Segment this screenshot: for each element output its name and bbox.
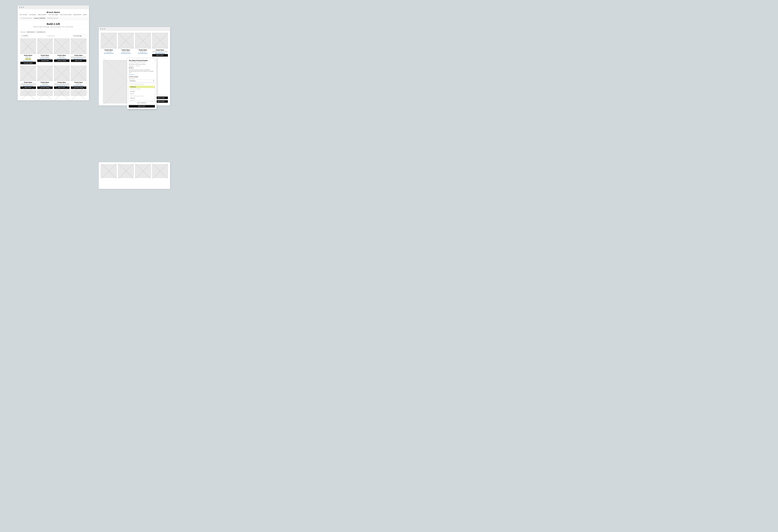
shade-select[interactable]: 0.5R Cool Rosy (Out of Stock)1.5N Neutra… <box>129 80 155 82</box>
nav-gift-giving[interactable]: GIFT GIVING <box>20 14 27 15</box>
shade-select-label: Select Shade <box>129 78 155 79</box>
product-more-r2-c3[interactable]: More Details & Options <box>71 85 86 86</box>
filter-button-label: ≡ FILTER <box>23 35 27 36</box>
product-img-rsw-c3 <box>152 33 168 49</box>
brand-name: Brand Name <box>18 11 89 13</box>
detail-title: The Sheer Pressed Powder <box>129 60 155 61</box>
detail-close-button[interactable]: × <box>155 59 155 61</box>
product-more-r1-c2[interactable]: More Details & Options <box>54 58 69 59</box>
filter-bar: Filtered by: Most Popular × Scent Name 2… <box>20 31 86 33</box>
filter-tag-1[interactable]: Most Popular × <box>26 31 36 33</box>
product-more-rsw-c2[interactable]: More Details & Options <box>135 53 151 54</box>
product-grid-row3 <box>20 90 86 97</box>
add-engraving-row[interactable]: ADD ENGRAVING <box>129 101 155 104</box>
star-4: ★ <box>138 65 139 67</box>
product-more-rsw-c0[interactable]: More Details & Options <box>101 53 117 54</box>
product-more-rsw-c1[interactable]: More Details & Options <box>118 53 134 54</box>
nav-colognes[interactable]: COLOGNES <box>29 14 36 15</box>
product-name-r2-c1: Product Name <box>37 82 53 83</box>
product-name-rsw-c1: Product Name <box>118 50 134 51</box>
breadcrumb-step-3[interactable]: 3 WRAP AND REVIEW <box>47 18 58 19</box>
product-btn-rsw-c3[interactable]: ADD TO GIFT <box>152 54 168 57</box>
breadcrumb-chevron-1: › <box>33 18 33 19</box>
shade-option-4[interactable]: 1C Cool <box>129 92 155 95</box>
product-btn-r1-c2[interactable]: CHOOSE SHADE <box>54 60 69 62</box>
shade-option-3[interactable]: 0N Neutral <box>129 90 155 92</box>
product-card-r3-c0 <box>20 90 36 97</box>
shade-dropdown[interactable]: 0.5R Cool Rosy (Out of Stock)1.5N Neutra… <box>129 83 155 100</box>
product-img-r2-c3 <box>71 66 86 81</box>
product-img-r1-c1 <box>37 38 53 54</box>
star-1: ★ <box>134 65 135 67</box>
tw-img-2 <box>135 165 151 178</box>
product-price-rsw-c1: £65.00 - £130.00 <box>118 51 134 53</box>
breadcrumb-step-2[interactable]: 2 SELECT CONTENTS <box>34 18 46 19</box>
step-2-label: SELECT CONTENTS <box>35 18 46 19</box>
product-more-r1-c3[interactable]: More Details & Options <box>71 58 86 59</box>
sort-select[interactable]: Best Selling Newest Price (low-high) Pri… <box>73 34 86 37</box>
tw-img-0 <box>101 165 117 178</box>
product-btn-r1-c0[interactable]: CHOOSE SHADE <box>20 62 36 64</box>
product-price-r1-c1: £65.00 - £135.00 <box>37 57 53 58</box>
shade-select-wrapper: 0.5R Cool Rosy (Out of Stock)1.5N Neutra… <box>129 80 155 82</box>
read-more-link[interactable]: Read More ∨ <box>129 74 155 75</box>
product-more-r2-c2[interactable]: More Details & Options <box>54 85 69 86</box>
detail-price: £47.00 30ml • (£156.67 per 100ml) <box>129 64 155 65</box>
product-img-r2-c1 <box>37 66 53 81</box>
title-divider <box>20 29 86 30</box>
product-btn-r1-c1[interactable]: CHOOSE SIZE <box>37 60 53 62</box>
product-grid-row2: Product Name£65.00 50ml (£130.00 per 100… <box>20 66 86 89</box>
breadcrumb-step-1[interactable]: 1 CHOOSE CATEGORY <box>20 18 32 19</box>
tw-card-3 <box>152 165 168 179</box>
star-2: ★ <box>135 65 136 67</box>
tw-img-1 <box>118 165 134 178</box>
step-3-label: WRAP AND REVIEW <box>48 18 58 19</box>
filter-tag-2[interactable]: Scent Name 2 × <box>36 31 46 33</box>
traffic-dot-2 <box>21 7 22 8</box>
product-price-r2-c2: £65.00 50ml (£130.00 per 100ml) <box>54 83 69 85</box>
stars: ★ ★ ★ ★ ★ <box>134 66 140 67</box>
nav-collections[interactable]: THE COLLECTIONS <box>60 14 72 15</box>
star-3: ★ <box>136 65 137 67</box>
product-card-r2-c3: Product Name£65.00 50mlMore Details & Op… <box>71 66 86 89</box>
filter-button[interactable]: ≡ ≡ FILTER <box>20 34 29 37</box>
tw-card-2 <box>135 165 151 179</box>
nav-for-home[interactable]: FOR THE HOME <box>48 14 58 15</box>
product-name-rsw-c2: Product Name <box>135 50 151 51</box>
product-img-r2-c0 <box>20 66 36 81</box>
product-more-r2-c1[interactable]: More Details & Options <box>37 85 53 86</box>
product-name-r2-c0: Product Name <box>20 82 36 83</box>
detail-panel: × The Sheer Pressed Powder Instantly hea… <box>127 58 157 109</box>
product-more-r1-c1[interactable]: More Details & Options <box>37 58 53 59</box>
nav-bath-body[interactable]: BATH & BODY <box>38 14 47 15</box>
product-badge-r1-c0: £65.00 50ml <box>25 58 31 60</box>
step-1-num: 1 <box>20 18 21 19</box>
product-card-r1-c0: Product Name£65.00 50ml£65.00 50mlMore D… <box>20 38 36 64</box>
details-section-label: DETAILS <box>129 68 155 69</box>
product-name-r1-c0: Product Name <box>20 55 36 56</box>
shade-option-1[interactable]: 1.5N Neutral <box>129 85 155 88</box>
nav-mens[interactable]: MEN'S <box>83 14 87 15</box>
shade-option-7[interactable]: 2.5N Neutral <box>129 99 155 100</box>
product-card-rsw-c0: Product Name£65.00 50mlMore Details & Op… <box>101 33 117 57</box>
product-name-r2-c2: Product Name <box>54 82 69 83</box>
step-1-label: CHOOSE CATEGORY <box>21 18 32 19</box>
product-price-r2-c3: £65.00 50ml <box>71 83 86 85</box>
sw-dot-2 <box>102 28 103 30</box>
product-img-r3-c1 <box>37 90 53 96</box>
shade-option-5: 0.5R Cool Rosy (Out of Stock) <box>129 94 155 97</box>
shade-option-6[interactable]: 1N Neutral <box>129 97 155 99</box>
page-title: Build A Gift <box>20 23 86 26</box>
product-name-r1-c3: Product Name <box>71 55 86 56</box>
product-img-r3-c3 <box>71 90 86 96</box>
product-more-rsw-c3[interactable]: More Details & Options <box>152 53 168 54</box>
product-more-r2-c0[interactable]: More Details & Options <box>20 85 36 86</box>
nav-favourites[interactable]: FAVOURITES <box>73 14 81 15</box>
product-btn-r1-c3[interactable]: ADD TO GIFT <box>71 60 86 62</box>
product-img-r3-c2 <box>54 90 69 96</box>
choose-shade-section-label: CHOOSE SHADE <box>129 76 155 78</box>
product-more-r1-c0[interactable]: More Details & Options <box>20 60 36 61</box>
product-card-rsw-c2: Product Name£65.00 50mlMore Details & Op… <box>135 33 151 57</box>
product-name-r2-c3: Product Name <box>71 82 86 83</box>
detail-add-to-gift-btn[interactable]: ADD TO GIFT <box>129 105 155 108</box>
